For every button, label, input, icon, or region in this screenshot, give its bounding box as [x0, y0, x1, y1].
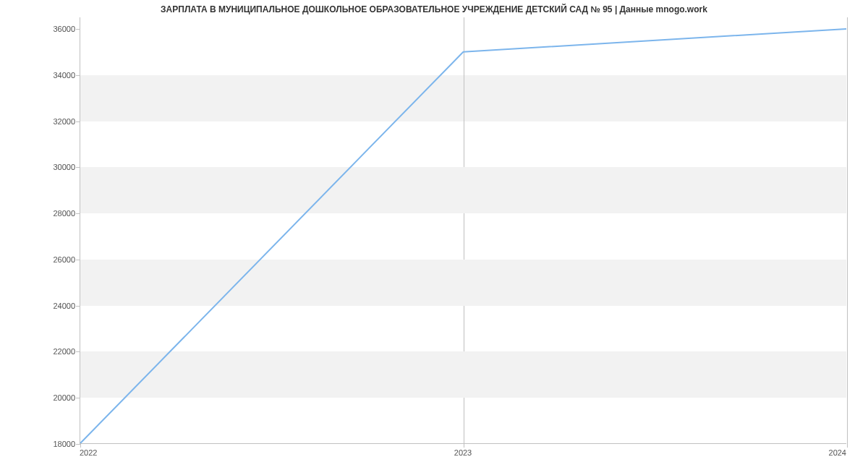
y-tick-label: 30000: [3, 163, 75, 171]
y-tick-label: 24000: [3, 302, 75, 310]
y-tick-label: 36000: [3, 25, 75, 33]
x-tick: [80, 443, 81, 448]
line-series: [80, 17, 846, 443]
y-tick-label: 26000: [3, 255, 75, 264]
chart-container: ЗАРПЛАТА В МУНИЦИПАЛЬНОЕ ДОШКОЛЬНОЕ ОБРА…: [0, 0, 868, 470]
y-tick-label: 18000: [3, 440, 75, 448]
x-tick-label: 2024: [829, 448, 846, 457]
y-tick: [76, 398, 80, 398]
x-tick-label: 2022: [80, 448, 97, 457]
x-tick: [847, 443, 848, 448]
x-gridline: [847, 17, 848, 443]
plot-area: [80, 17, 846, 444]
y-tick-label: 22000: [3, 347, 75, 356]
chart-title: ЗАРПЛАТА В МУНИЦИПАЛЬНОЕ ДОШКОЛЬНОЕ ОБРА…: [0, 4, 868, 14]
y-tick: [76, 351, 80, 352]
x-tick-label: 2023: [454, 448, 472, 457]
y-tick-label: 34000: [3, 71, 75, 80]
y-tick: [76, 213, 80, 214]
y-tick-label: 20000: [3, 393, 75, 402]
x-tick: [464, 443, 464, 448]
y-tick: [76, 29, 80, 30]
y-tick: [76, 75, 80, 76]
y-tick: [76, 121, 80, 122]
y-tick-label: 32000: [3, 117, 75, 126]
y-tick: [76, 260, 80, 260]
y-tick: [76, 167, 80, 168]
y-tick: [76, 306, 80, 307]
y-tick-label: 28000: [3, 209, 75, 218]
